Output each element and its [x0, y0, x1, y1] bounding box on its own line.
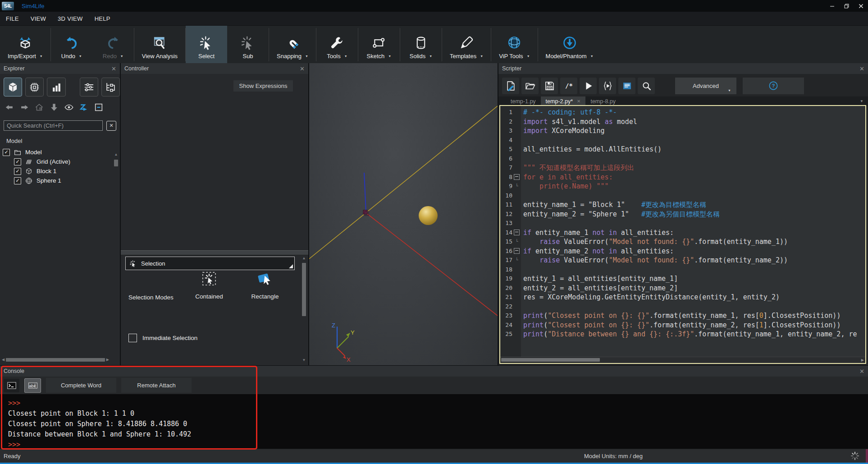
- toolbar-solids-button[interactable]: Solids▼: [400, 26, 442, 64]
- checkbox[interactable]: ✓: [14, 168, 21, 175]
- remote-attach-button[interactable]: Remote Attach: [121, 378, 192, 393]
- selection-mode-rectangle[interactable]: Rectangle: [243, 271, 287, 300]
- explorer-z-track-button[interactable]: [79, 102, 89, 114]
- checkbox[interactable]: ✓: [14, 158, 21, 165]
- menu-3d-view[interactable]: 3D VIEW: [52, 15, 89, 22]
- fold-marker: └: [512, 256, 521, 265]
- console-output[interactable]: >>>Closest point on Block 1: 1 1 0Closes…: [0, 394, 868, 449]
- tree-item-sphere-1[interactable]: ✓Sphere 1: [0, 176, 120, 185]
- toolbar-select-button[interactable]: Select: [186, 26, 227, 64]
- tree-item-grid-active[interactable]: ✓Grid (Active): [0, 157, 120, 166]
- model-cube-icon: [7, 81, 19, 93]
- complete-word-button[interactable]: Complete Word: [46, 378, 116, 393]
- tree-item-model[interactable]: ✓Model: [0, 147, 120, 157]
- splitter-handle[interactable]: [121, 250, 308, 255]
- toolbar-model-phantom-button[interactable]: Model/Phantom▼: [538, 26, 601, 64]
- fold-collapse-icon[interactable]: [514, 248, 520, 254]
- dropdown-caret-icon: ▼: [590, 55, 594, 58]
- toolbar-imp-export-button[interactable]: Imp/Export▼: [0, 26, 50, 64]
- status-text: Ready: [0, 453, 21, 459]
- explorer-view-tree-structure-button[interactable]: [101, 78, 120, 96]
- viewport-3d[interactable]: Z Y X: [309, 63, 498, 365]
- selection-mode-contained[interactable]: Contained: [187, 271, 231, 300]
- menu-view[interactable]: VIEW: [25, 15, 52, 22]
- code-line: 12entity_name_2 = "Sphere 1" #更改為另個目標模型名…: [500, 210, 865, 219]
- explorer-hscrollbar[interactable]: ◀▶: [2, 357, 109, 363]
- tab-close-icon[interactable]: ✕: [577, 99, 580, 104]
- fold-collapse-icon[interactable]: [514, 174, 520, 180]
- tree-item-block-1[interactable]: ✓Block 1: [0, 166, 120, 176]
- search-input[interactable]: [4, 120, 103, 131]
- scripter-comment-block-button[interactable]: /*: [560, 78, 577, 94]
- menu-help[interactable]: HELP: [89, 15, 116, 22]
- toolbar-vip-tools-button[interactable]: ViP Tools▼: [491, 26, 537, 64]
- toolbar-label: Select: [198, 53, 215, 60]
- menu-file[interactable]: FILE: [0, 15, 25, 22]
- tab-temp-2-py[interactable]: temp-2.py*✕: [541, 96, 586, 106]
- selection-section-title: Selection: [141, 260, 165, 267]
- explorer-toolbar: [0, 74, 120, 96]
- toolbar-tools-button[interactable]: Tools▼: [316, 26, 358, 64]
- scripter-console-list-button[interactable]: [618, 78, 635, 94]
- checkbox[interactable]: ✓: [14, 177, 21, 184]
- console-abc-word-button[interactable]: abc: [24, 378, 41, 393]
- help-button[interactable]: ?: [743, 78, 804, 94]
- explorer-nav-forward-button[interactable]: [19, 102, 29, 114]
- scripter-save-floppy-button[interactable]: [541, 78, 558, 94]
- tab-temp-1-py[interactable]: temp-1.py: [506, 96, 541, 106]
- scripter-folder-open-button[interactable]: [521, 78, 539, 94]
- sub-cursor-icon: [240, 35, 256, 51]
- explorer-collapse-box-button[interactable]: [94, 102, 104, 114]
- close-icon[interactable]: ✕: [111, 66, 116, 72]
- toolbar-snapping-button[interactable]: Snapping▼: [269, 26, 316, 64]
- explorer-nav-down-button[interactable]: [49, 102, 59, 114]
- selection-section-header[interactable]: Selection: [125, 257, 295, 270]
- sphere-object[interactable]: [419, 206, 438, 225]
- explorer-eye-button[interactable]: [64, 102, 74, 114]
- immediate-selection-label: Immediate Selection: [142, 335, 197, 341]
- console-title: Console: [4, 368, 24, 374]
- explorer-view-model-cube-button[interactable]: [4, 78, 22, 96]
- scripter-search-mag-button[interactable]: [638, 78, 655, 94]
- controller-vscrollbar[interactable]: ▲ ▼: [301, 256, 307, 363]
- tab-temp-8-py[interactable]: temp-8.py: [585, 96, 621, 106]
- explorer-view-chart-bars-button[interactable]: [47, 78, 65, 96]
- close-button[interactable]: [854, 0, 868, 12]
- line-number: 18: [500, 265, 512, 275]
- scripter-script-new-button[interactable]: [502, 78, 519, 94]
- select-cursor-icon: [199, 35, 214, 51]
- explorer-nav-back-button[interactable]: [5, 102, 14, 114]
- maximize-button[interactable]: [839, 0, 854, 12]
- console-toolbar: abcComplete WordRemote Attach: [0, 377, 868, 394]
- toolbar-sub-button[interactable]: Sub: [227, 26, 269, 64]
- fold-marker: [512, 228, 521, 238]
- chart-bars-icon: [50, 81, 63, 93]
- toolbar-sketch-button[interactable]: Sketch▼: [358, 26, 400, 64]
- close-icon[interactable]: ✕: [859, 66, 864, 72]
- console-terminal-button[interactable]: [4, 379, 19, 392]
- tab-list-caret-icon[interactable]: ▼: [860, 99, 863, 103]
- checkbox[interactable]: ✓: [3, 149, 10, 156]
- toolbar-undo-button[interactable]: Undo▼: [51, 26, 92, 64]
- search-clear-icon[interactable]: ✕: [106, 121, 116, 131]
- scripter-run-play-button[interactable]: [580, 78, 597, 94]
- explorer-view-sim-chip-button[interactable]: [25, 78, 44, 96]
- scripter-toolbar: /*Advanced▼?: [498, 74, 868, 95]
- immediate-selection-checkbox[interactable]: [128, 334, 137, 342]
- fold-collapse-icon[interactable]: [514, 230, 520, 235]
- scripter-run-selection-button[interactable]: [599, 78, 616, 94]
- close-icon[interactable]: ✕: [300, 66, 305, 72]
- show-expressions-button[interactable]: Show Expressions: [233, 80, 293, 92]
- toolbar-templates-button[interactable]: Templates▼: [442, 26, 491, 64]
- close-icon[interactable]: ✕: [859, 368, 864, 374]
- comment-block-icon: /*: [563, 80, 575, 92]
- editor-hscrollbar[interactable]: ▶: [500, 357, 865, 363]
- explorer-nav-home-button[interactable]: [34, 102, 44, 114]
- toolbar-view-analysis-button[interactable]: View Analysis: [134, 26, 185, 64]
- explorer-view-sliders-button[interactable]: [80, 78, 98, 96]
- toolbar-label: Redo: [103, 53, 117, 60]
- toolbar-redo-button[interactable]: Redo▼: [92, 26, 134, 64]
- code-editor[interactable]: 1# -*- coding: utf-8 -*-2import s4l_v1.m…: [499, 105, 866, 364]
- advanced-dropdown[interactable]: Advanced▼: [675, 78, 736, 94]
- minimize-button[interactable]: [825, 0, 839, 12]
